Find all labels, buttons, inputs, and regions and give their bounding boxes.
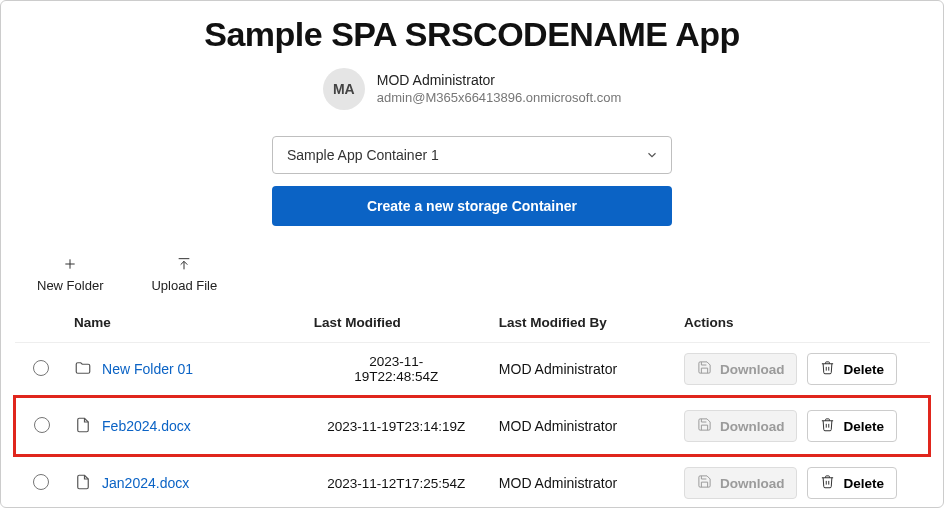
item-name-link[interactable]: Feb2024.docx: [102, 418, 191, 434]
modified-cell: 2023-11-19T23:14:19Z: [304, 397, 489, 456]
trash-icon: [820, 474, 835, 492]
modified-cell: 2023-11-12T17:25:54Z: [304, 456, 489, 509]
upload-icon: [176, 256, 192, 272]
new-folder-button[interactable]: New Folder: [37, 256, 103, 293]
item-name-link[interactable]: Jan2024.docx: [102, 475, 189, 491]
download-button: Download: [684, 410, 798, 442]
create-container-button[interactable]: Create a new storage Container: [272, 186, 672, 226]
delete-button[interactable]: Delete: [807, 410, 897, 442]
new-folder-label: New Folder: [37, 278, 103, 293]
folder-icon: [74, 359, 92, 380]
modified-by-cell: MOD Administrator: [489, 397, 674, 456]
table-row: Jan2024.docx2023-11-12T17:25:54ZMOD Admi…: [15, 456, 930, 509]
modified-by-cell: MOD Administrator: [489, 456, 674, 509]
select-radio[interactable]: [34, 417, 50, 433]
modified-cell: 2023-11-19T22:48:54Z: [304, 343, 489, 397]
col-actions: Actions: [674, 307, 930, 343]
trash-icon: [820, 417, 835, 435]
file-table: Name Last Modified Last Modified By Acti…: [13, 307, 931, 508]
modified-by-cell: MOD Administrator: [489, 343, 674, 397]
page-title: Sample SPA SRSCODENAME App: [13, 15, 931, 54]
download-button: Download: [684, 467, 798, 499]
container-select-value: Sample App Container 1: [287, 147, 439, 163]
col-modified-by: Last Modified By: [489, 307, 674, 343]
table-row: New Folder 012023-11-19T22:48:54ZMOD Adm…: [15, 343, 930, 397]
user-info: MA MOD Administrator admin@M365x66413896…: [13, 68, 931, 110]
avatar: MA: [323, 68, 365, 110]
upload-file-label: Upload File: [151, 278, 217, 293]
file-icon: [74, 416, 92, 437]
delete-button[interactable]: Delete: [807, 353, 897, 385]
select-radio[interactable]: [33, 474, 49, 490]
trash-icon: [820, 360, 835, 378]
select-radio[interactable]: [33, 360, 49, 376]
user-name: MOD Administrator: [377, 71, 621, 89]
col-name: Name: [64, 307, 304, 343]
file-icon: [74, 473, 92, 494]
user-email: admin@M365x66413896.onmicrosoft.com: [377, 90, 621, 107]
table-row: Feb2024.docx2023-11-19T23:14:19ZMOD Admi…: [15, 397, 930, 456]
save-icon: [697, 360, 712, 378]
save-icon: [697, 417, 712, 435]
col-modified: Last Modified: [304, 307, 489, 343]
delete-button[interactable]: Delete: [807, 467, 897, 499]
upload-file-button[interactable]: Upload File: [151, 256, 217, 293]
download-button: Download: [684, 353, 798, 385]
chevron-down-icon: [645, 148, 659, 162]
save-icon: [697, 474, 712, 492]
container-select[interactable]: Sample App Container 1: [272, 136, 672, 174]
plus-icon: [62, 256, 78, 272]
item-name-link[interactable]: New Folder 01: [102, 361, 193, 377]
